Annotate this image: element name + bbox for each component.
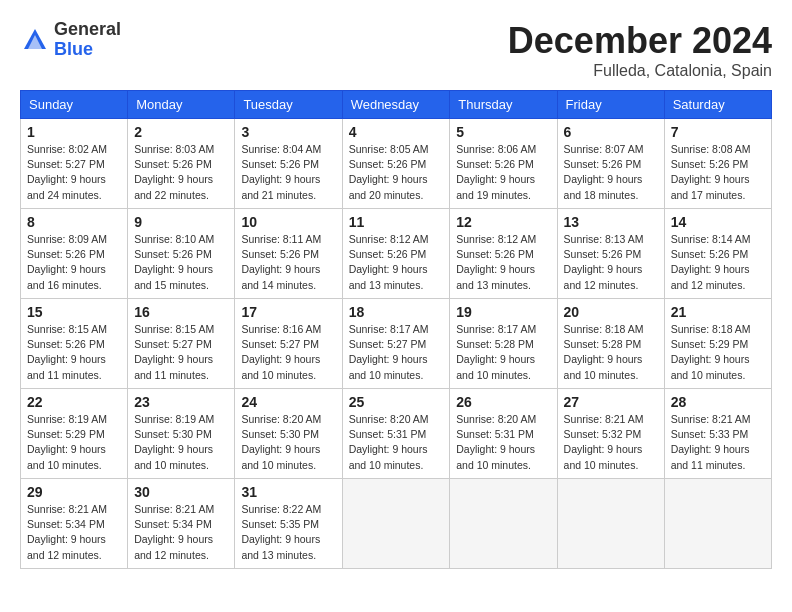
day-number: 4 xyxy=(349,124,444,140)
day-info: Sunrise: 8:17 AMSunset: 5:28 PMDaylight:… xyxy=(456,323,536,381)
calendar-cell: 8 Sunrise: 8:09 AMSunset: 5:26 PMDayligh… xyxy=(21,209,128,299)
day-info: Sunrise: 8:18 AMSunset: 5:29 PMDaylight:… xyxy=(671,323,751,381)
logo-text: General Blue xyxy=(54,20,121,60)
day-info: Sunrise: 8:02 AMSunset: 5:27 PMDaylight:… xyxy=(27,143,107,201)
logo: General Blue xyxy=(20,20,121,60)
day-info: Sunrise: 8:15 AMSunset: 5:26 PMDaylight:… xyxy=(27,323,107,381)
calendar-cell: 21 Sunrise: 8:18 AMSunset: 5:29 PMDaylig… xyxy=(664,299,771,389)
calendar-cell: 22 Sunrise: 8:19 AMSunset: 5:29 PMDaylig… xyxy=(21,389,128,479)
day-number: 20 xyxy=(564,304,658,320)
day-info: Sunrise: 8:06 AMSunset: 5:26 PMDaylight:… xyxy=(456,143,536,201)
day-info: Sunrise: 8:13 AMSunset: 5:26 PMDaylight:… xyxy=(564,233,644,291)
day-info: Sunrise: 8:16 AMSunset: 5:27 PMDaylight:… xyxy=(241,323,321,381)
day-info: Sunrise: 8:19 AMSunset: 5:29 PMDaylight:… xyxy=(27,413,107,471)
day-of-week-header: Saturday xyxy=(664,91,771,119)
calendar-cell: 9 Sunrise: 8:10 AMSunset: 5:26 PMDayligh… xyxy=(128,209,235,299)
calendar-cell: 30 Sunrise: 8:21 AMSunset: 5:34 PMDaylig… xyxy=(128,479,235,569)
day-number: 28 xyxy=(671,394,765,410)
calendar-cell: 19 Sunrise: 8:17 AMSunset: 5:28 PMDaylig… xyxy=(450,299,557,389)
calendar-cell: 31 Sunrise: 8:22 AMSunset: 5:35 PMDaylig… xyxy=(235,479,342,569)
day-info: Sunrise: 8:20 AMSunset: 5:30 PMDaylight:… xyxy=(241,413,321,471)
day-info: Sunrise: 8:21 AMSunset: 5:34 PMDaylight:… xyxy=(27,503,107,561)
day-info: Sunrise: 8:03 AMSunset: 5:26 PMDaylight:… xyxy=(134,143,214,201)
location: Fulleda, Catalonia, Spain xyxy=(508,62,772,80)
day-number: 7 xyxy=(671,124,765,140)
day-number: 24 xyxy=(241,394,335,410)
calendar-cell: 26 Sunrise: 8:20 AMSunset: 5:31 PMDaylig… xyxy=(450,389,557,479)
month-title: December 2024 xyxy=(508,20,772,62)
calendar-cell: 20 Sunrise: 8:18 AMSunset: 5:28 PMDaylig… xyxy=(557,299,664,389)
calendar-cell: 24 Sunrise: 8:20 AMSunset: 5:30 PMDaylig… xyxy=(235,389,342,479)
day-info: Sunrise: 8:19 AMSunset: 5:30 PMDaylight:… xyxy=(134,413,214,471)
day-info: Sunrise: 8:15 AMSunset: 5:27 PMDaylight:… xyxy=(134,323,214,381)
calendar-cell: 18 Sunrise: 8:17 AMSunset: 5:27 PMDaylig… xyxy=(342,299,450,389)
day-info: Sunrise: 8:12 AMSunset: 5:26 PMDaylight:… xyxy=(349,233,429,291)
logo-general: General xyxy=(54,19,121,39)
calendar-cell: 29 Sunrise: 8:21 AMSunset: 5:34 PMDaylig… xyxy=(21,479,128,569)
day-info: Sunrise: 8:08 AMSunset: 5:26 PMDaylight:… xyxy=(671,143,751,201)
day-number: 9 xyxy=(134,214,228,230)
calendar-cell: 23 Sunrise: 8:19 AMSunset: 5:30 PMDaylig… xyxy=(128,389,235,479)
day-info: Sunrise: 8:17 AMSunset: 5:27 PMDaylight:… xyxy=(349,323,429,381)
calendar-cell: 16 Sunrise: 8:15 AMSunset: 5:27 PMDaylig… xyxy=(128,299,235,389)
day-info: Sunrise: 8:11 AMSunset: 5:26 PMDaylight:… xyxy=(241,233,321,291)
day-number: 6 xyxy=(564,124,658,140)
day-number: 19 xyxy=(456,304,550,320)
day-of-week-header: Thursday xyxy=(450,91,557,119)
calendar-cell: 27 Sunrise: 8:21 AMSunset: 5:32 PMDaylig… xyxy=(557,389,664,479)
logo-blue: Blue xyxy=(54,39,93,59)
calendar-cell: 13 Sunrise: 8:13 AMSunset: 5:26 PMDaylig… xyxy=(557,209,664,299)
calendar-cell xyxy=(342,479,450,569)
day-number: 22 xyxy=(27,394,121,410)
day-of-week-header: Tuesday xyxy=(235,91,342,119)
calendar-cell: 6 Sunrise: 8:07 AMSunset: 5:26 PMDayligh… xyxy=(557,119,664,209)
calendar-cell: 7 Sunrise: 8:08 AMSunset: 5:26 PMDayligh… xyxy=(664,119,771,209)
calendar-cell xyxy=(664,479,771,569)
day-of-week-header: Sunday xyxy=(21,91,128,119)
day-number: 16 xyxy=(134,304,228,320)
day-number: 26 xyxy=(456,394,550,410)
day-info: Sunrise: 8:09 AMSunset: 5:26 PMDaylight:… xyxy=(27,233,107,291)
day-of-week-header: Monday xyxy=(128,91,235,119)
day-number: 14 xyxy=(671,214,765,230)
day-info: Sunrise: 8:18 AMSunset: 5:28 PMDaylight:… xyxy=(564,323,644,381)
day-info: Sunrise: 8:22 AMSunset: 5:35 PMDaylight:… xyxy=(241,503,321,561)
day-number: 31 xyxy=(241,484,335,500)
calendar-cell: 14 Sunrise: 8:14 AMSunset: 5:26 PMDaylig… xyxy=(664,209,771,299)
day-info: Sunrise: 8:04 AMSunset: 5:26 PMDaylight:… xyxy=(241,143,321,201)
day-number: 1 xyxy=(27,124,121,140)
calendar-cell: 28 Sunrise: 8:21 AMSunset: 5:33 PMDaylig… xyxy=(664,389,771,479)
day-info: Sunrise: 8:20 AMSunset: 5:31 PMDaylight:… xyxy=(456,413,536,471)
calendar-cell xyxy=(557,479,664,569)
day-of-week-header: Wednesday xyxy=(342,91,450,119)
calendar-cell: 17 Sunrise: 8:16 AMSunset: 5:27 PMDaylig… xyxy=(235,299,342,389)
day-info: Sunrise: 8:21 AMSunset: 5:33 PMDaylight:… xyxy=(671,413,751,471)
day-number: 23 xyxy=(134,394,228,410)
calendar-cell: 11 Sunrise: 8:12 AMSunset: 5:26 PMDaylig… xyxy=(342,209,450,299)
day-info: Sunrise: 8:20 AMSunset: 5:31 PMDaylight:… xyxy=(349,413,429,471)
day-number: 12 xyxy=(456,214,550,230)
calendar-table: SundayMondayTuesdayWednesdayThursdayFrid… xyxy=(20,90,772,569)
day-number: 21 xyxy=(671,304,765,320)
day-number: 17 xyxy=(241,304,335,320)
logo-icon xyxy=(20,25,50,55)
day-number: 3 xyxy=(241,124,335,140)
calendar-cell xyxy=(450,479,557,569)
day-info: Sunrise: 8:21 AMSunset: 5:34 PMDaylight:… xyxy=(134,503,214,561)
day-info: Sunrise: 8:14 AMSunset: 5:26 PMDaylight:… xyxy=(671,233,751,291)
day-of-week-header: Friday xyxy=(557,91,664,119)
calendar-cell: 4 Sunrise: 8:05 AMSunset: 5:26 PMDayligh… xyxy=(342,119,450,209)
day-number: 2 xyxy=(134,124,228,140)
day-number: 27 xyxy=(564,394,658,410)
calendar-cell: 1 Sunrise: 8:02 AMSunset: 5:27 PMDayligh… xyxy=(21,119,128,209)
calendar-cell: 10 Sunrise: 8:11 AMSunset: 5:26 PMDaylig… xyxy=(235,209,342,299)
calendar-cell: 15 Sunrise: 8:15 AMSunset: 5:26 PMDaylig… xyxy=(21,299,128,389)
day-info: Sunrise: 8:07 AMSunset: 5:26 PMDaylight:… xyxy=(564,143,644,201)
calendar-cell: 12 Sunrise: 8:12 AMSunset: 5:26 PMDaylig… xyxy=(450,209,557,299)
calendar-cell: 2 Sunrise: 8:03 AMSunset: 5:26 PMDayligh… xyxy=(128,119,235,209)
day-number: 15 xyxy=(27,304,121,320)
day-info: Sunrise: 8:21 AMSunset: 5:32 PMDaylight:… xyxy=(564,413,644,471)
day-number: 29 xyxy=(27,484,121,500)
page-header: General Blue December 2024 Fulleda, Cata… xyxy=(20,20,772,80)
day-number: 18 xyxy=(349,304,444,320)
